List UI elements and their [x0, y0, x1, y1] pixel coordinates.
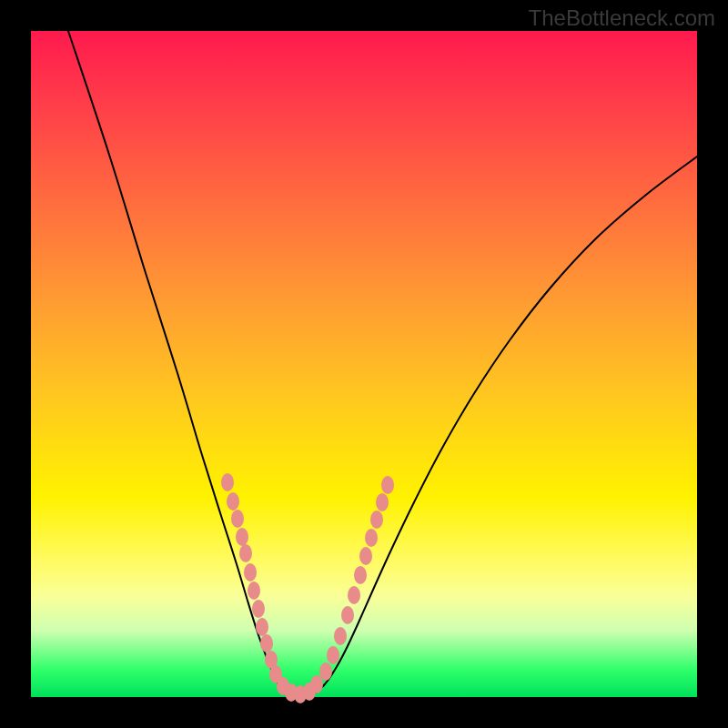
- plot-gradient-area: [31, 31, 697, 697]
- watermark-text: TheBottleneck.com: [529, 5, 715, 31]
- chart-frame: TheBottleneck.com: [0, 0, 728, 728]
